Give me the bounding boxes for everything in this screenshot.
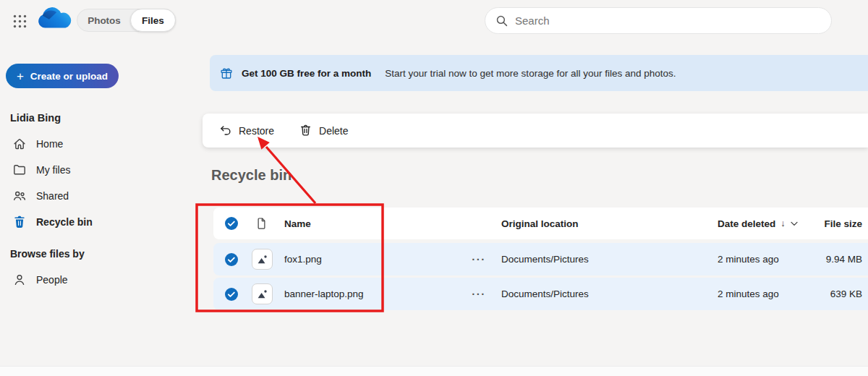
file-original-location: Documents/Pictures (501, 243, 589, 275)
browse-files-by-heading: Browse files by (10, 248, 85, 260)
trash-icon (299, 124, 312, 137)
more-actions-button[interactable]: ··· (467, 243, 490, 275)
file-name[interactable]: fox1.png (284, 243, 322, 275)
restore-undo-icon (218, 124, 232, 137)
column-header-file-size[interactable]: File size (768, 208, 862, 239)
sidebar-item-home[interactable]: Home (6, 131, 195, 157)
grid-dots-icon (12, 14, 27, 29)
file-type-column-icon (255, 208, 268, 239)
search-icon (495, 14, 509, 27)
app-launcher-button[interactable] (10, 12, 29, 30)
sidebar-item-recycle-bin[interactable]: Recycle bin (6, 209, 195, 235)
more-actions-button[interactable]: ··· (467, 278, 490, 310)
sidebar-item-label: My files (36, 164, 70, 176)
storage-promo-banner[interactable]: Get 100 GB free for a month Start your t… (210, 55, 868, 91)
sidebar-item-my-files[interactable]: My files (6, 157, 195, 183)
sidebar-item-shared[interactable]: Shared (6, 183, 195, 209)
content-bottom-edge (0, 366, 868, 376)
image-file-icon (252, 278, 273, 310)
recycle-bin-icon (12, 215, 27, 229)
onedrive-logo-icon[interactable] (38, 7, 72, 33)
sidebar-item-label: People (36, 274, 68, 286)
sidebar-item-people[interactable]: People (6, 267, 195, 293)
restore-button[interactable]: Restore (211, 119, 281, 142)
home-icon (12, 137, 27, 151)
file-size: 639 KB (768, 278, 862, 310)
file-name[interactable]: banner-laptop.png (284, 278, 364, 310)
restore-label: Restore (239, 125, 274, 137)
table-row[interactable]: banner-laptop.png ··· Documents/Pictures… (213, 278, 868, 310)
sidebar-item-label: Shared (36, 190, 69, 202)
create-or-upload-button[interactable]: + Create or upload (6, 64, 119, 88)
search-input[interactable] (515, 14, 821, 27)
row-checkbox-selected[interactable] (224, 243, 239, 275)
create-or-upload-label: Create or upload (30, 71, 108, 82)
people-icon (12, 189, 27, 203)
tab-photos[interactable]: Photos (77, 9, 131, 32)
column-header-name[interactable]: Name (284, 208, 311, 239)
select-all-checkbox[interactable] (224, 208, 239, 239)
image-file-icon (252, 243, 273, 275)
page-title: Recycle bin (211, 167, 292, 184)
gift-icon (219, 66, 234, 80)
delete-button[interactable]: Delete (292, 119, 355, 142)
plus-icon: + (17, 70, 24, 82)
view-toggle: Photos Files (77, 9, 176, 32)
banner-subtitle: Start your trial now to get more storage… (385, 68, 676, 79)
file-size: 9.94 MB (768, 243, 862, 275)
table-row[interactable]: fox1.png ··· Documents/Pictures 2 minute… (213, 243, 868, 275)
search-bar[interactable] (485, 7, 832, 34)
file-original-location: Documents/Pictures (501, 278, 589, 310)
table-header-row: Name Original location Date deleted ↓ Fi… (213, 208, 868, 239)
column-header-original-location[interactable]: Original location (501, 208, 579, 239)
person-icon (12, 273, 27, 287)
user-name: Lidia Bing (10, 112, 61, 124)
date-deleted-label: Date deleted (718, 218, 775, 229)
command-toolbar: Restore Delete (203, 114, 868, 148)
delete-label: Delete (319, 125, 348, 137)
banner-title: Get 100 GB free for a month (242, 68, 371, 79)
row-checkbox-selected[interactable] (224, 278, 239, 310)
tab-files[interactable]: Files (130, 9, 176, 32)
folder-icon (12, 163, 27, 177)
sidebar-item-label: Home (36, 138, 63, 150)
sidebar-item-label: Recycle bin (36, 216, 93, 228)
